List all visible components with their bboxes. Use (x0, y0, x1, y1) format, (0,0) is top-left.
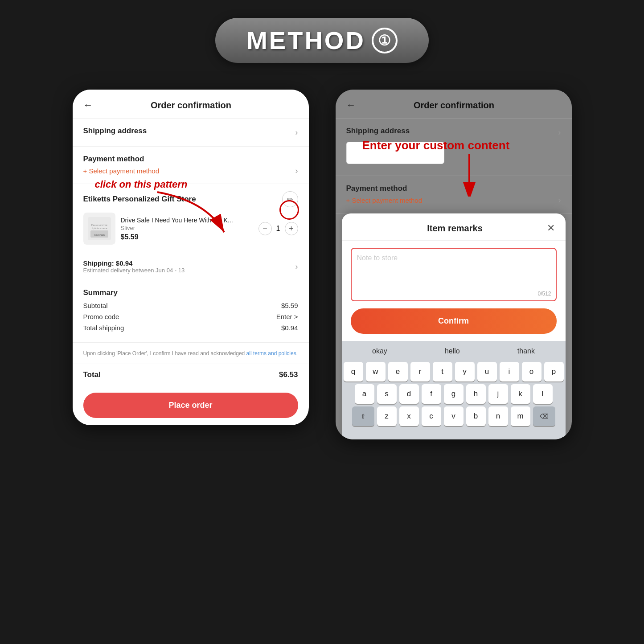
right-payment-chevron: › (558, 196, 561, 205)
keyboard-bottom-spacer (344, 429, 564, 436)
left-payment-link[interactable]: + Select payment method (83, 167, 160, 175)
key-a[interactable]: a (355, 384, 374, 404)
left-store-section: Etiketts Personalized Gift Store ✏ Pleas… (73, 184, 309, 252)
left-promo-value[interactable]: Enter > (276, 313, 298, 320)
modal-title: Item remarks (363, 223, 547, 234)
key-s[interactable]: s (377, 384, 397, 404)
left-qty-plus[interactable]: + (285, 222, 298, 235)
note-textarea-container: Note to store 0/512 (351, 248, 557, 301)
left-store-header: Etiketts Personalized Gift Store ✏ (83, 191, 298, 207)
key-f[interactable]: f (422, 384, 441, 404)
left-qty-controls: − 1 + (258, 222, 298, 235)
key-m[interactable]: m (511, 406, 530, 426)
right-shipping-row[interactable]: Shipping address › (346, 127, 561, 138)
right-payment-label: Payment method (346, 184, 407, 193)
left-terms-link[interactable]: all terms and policies. (246, 350, 298, 357)
key-h[interactable]: h (466, 384, 486, 404)
left-payment-label: Payment method (83, 155, 144, 164)
key-y[interactable]: y (455, 362, 475, 381)
key-e[interactable]: e (388, 362, 408, 381)
right-address-box[interactable] (346, 142, 444, 164)
right-phone-header: ← Order confirmation (336, 90, 572, 119)
left-shipping-row[interactable]: Shipping address › (83, 127, 298, 138)
key-l[interactable]: l (533, 384, 553, 404)
suggestion-okay[interactable]: okay (372, 347, 387, 355)
key-o[interactable]: o (522, 362, 541, 381)
method-circle-num: ① (372, 28, 398, 53)
right-shipping-label: Shipping address (346, 127, 410, 135)
right-phone-wrapper: ← Order confirmation Shipping address › … (336, 90, 572, 439)
modal-close-button[interactable]: ✕ (547, 222, 555, 234)
left-payment-link-row[interactable]: + Select payment method › (83, 166, 298, 176)
modal-header: Item remarks ✕ (342, 213, 566, 241)
left-shipping-total-row: Total shipping $0.94 (83, 324, 298, 332)
key-x[interactable]: x (399, 406, 419, 426)
left-shipping-info-chevron: › (295, 262, 298, 271)
left-phone-wrapper: ← Order confirmation Shipping address › … (73, 90, 309, 425)
suggestion-thank[interactable]: thank (517, 347, 535, 355)
svg-text:1 photo + name: 1 photo + name (91, 227, 107, 230)
left-back-arrow[interactable]: ← (83, 99, 93, 111)
phones-container: ← Order confirmation Shipping address › … (73, 90, 572, 439)
char-count: 0/512 (537, 291, 551, 297)
left-subtotal-value: $5.59 (281, 302, 298, 309)
key-v[interactable]: v (444, 406, 464, 426)
confirm-button[interactable]: Confirm (351, 308, 557, 334)
left-qty-num: 1 (276, 225, 280, 233)
key-k[interactable]: k (511, 384, 530, 404)
key-u[interactable]: u (477, 362, 497, 381)
left-total-label: Total (83, 370, 101, 379)
right-shipping-chevron: › (558, 128, 561, 137)
left-shipping-info: Shipping: $0.94 Estimated delivery betwe… (83, 259, 185, 274)
left-shipping-label: Shipping address (83, 127, 147, 135)
left-payment-chevron: › (295, 166, 298, 176)
keyboard: okay hello thank q w e r t y u i o (342, 341, 566, 439)
key-shift[interactable]: ⇧ (352, 406, 374, 426)
right-phone: ← Order confirmation Shipping address › … (336, 90, 572, 439)
key-j[interactable]: j (488, 384, 508, 404)
key-c[interactable]: c (422, 406, 441, 426)
left-promo-row[interactable]: Promo code Enter > (83, 313, 298, 320)
left-total-row: Total $6.53 (73, 364, 309, 386)
key-backspace[interactable]: ⌫ (533, 406, 555, 426)
key-r[interactable]: r (410, 362, 430, 381)
left-terms-section: Upon clicking 'Place Order', I confirm I… (73, 343, 309, 364)
keyboard-row-2: a s d f g h j k l (344, 384, 564, 404)
key-b[interactable]: b (466, 406, 486, 426)
keyboard-suggestions: okay hello thank (344, 345, 564, 359)
left-phone-header: ← Order confirmation (73, 90, 309, 119)
right-payment-link-row[interactable]: + Select payment method › (346, 196, 561, 205)
key-d[interactable]: d (399, 384, 419, 404)
left-payment-section: Payment method + Select payment method › (73, 147, 309, 184)
left-payment-row: Payment method (83, 155, 298, 166)
svg-text:keychain: keychain (94, 234, 105, 236)
key-i[interactable]: i (500, 362, 519, 381)
left-qty-minus[interactable]: − (258, 222, 272, 235)
left-terms-text: Upon clicking 'Place Order', I confirm I… (83, 350, 298, 357)
suggestion-hello[interactable]: hello (445, 347, 460, 355)
left-product-price: $5.59 (121, 233, 253, 241)
key-t[interactable]: t (433, 362, 452, 381)
right-back-arrow[interactable]: ← (346, 99, 356, 111)
key-g[interactable]: g (444, 384, 464, 404)
svg-text:Please send me:: Please send me: (91, 224, 107, 226)
key-n[interactable]: n (488, 406, 508, 426)
place-order-button[interactable]: Place order (83, 393, 298, 418)
left-subtotal-row: Subtotal $5.59 (83, 302, 298, 309)
right-payment-section: Payment method + Select payment method › (336, 176, 572, 213)
left-product-row: Please send me: 1 photo + name keychain … (83, 213, 298, 245)
key-p[interactable]: p (544, 362, 564, 381)
left-total-value: $6.53 (279, 370, 298, 379)
keyboard-row-3: ⇧ z x c v b n m ⌫ (344, 406, 564, 426)
left-shipping-total-label: Total shipping (83, 324, 124, 332)
left-phone-title: Order confirmation (100, 100, 282, 111)
left-edit-icon[interactable]: ✏ (282, 191, 298, 207)
left-shipping-info-row[interactable]: Shipping: $0.94 Estimated delivery betwe… (73, 252, 309, 281)
key-w[interactable]: w (366, 362, 386, 381)
key-z[interactable]: z (377, 406, 397, 426)
item-remarks-modal: Item remarks ✕ Note to store 0/512 Confi… (342, 213, 566, 439)
left-product-thumb: Please send me: 1 photo + name keychain (83, 213, 115, 245)
key-q[interactable]: q (344, 362, 363, 381)
left-store-name: Etiketts Personalized Gift Store (83, 195, 196, 204)
right-payment-link[interactable]: + Select payment method (346, 197, 422, 204)
